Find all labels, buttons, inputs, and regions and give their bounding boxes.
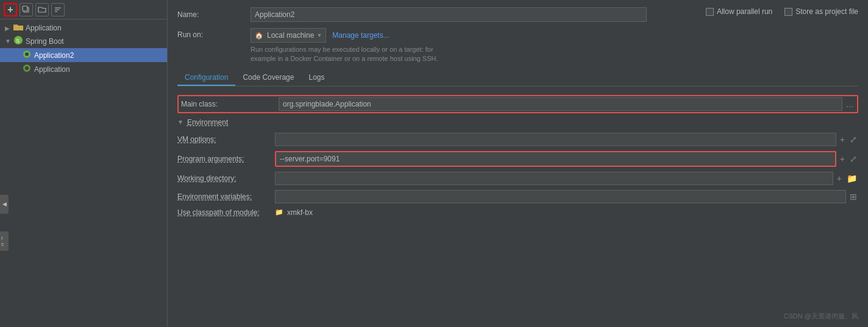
sidebar-item-spring-boot[interactable]: ▼ S Spring Boot — [0, 34, 167, 48]
program-arguments-highlighted — [275, 151, 836, 167]
sidebar-item-label: Application — [34, 65, 70, 74]
classpath-folder-icon: 📁 — [275, 208, 283, 216]
program-arguments-actions: + ⤢ — [839, 155, 858, 163]
allow-parallel-run-option[interactable]: Allow parallel run — [706, 7, 772, 16]
add-button[interactable]: + — [4, 3, 17, 16]
main-content: Allow parallel run Store as project file… — [168, 0, 868, 327]
manage-targets-link[interactable]: Manage targets... — [332, 31, 389, 40]
run-on-controls: 🏠 Local machine ▼ Manage targets... — [251, 28, 858, 43]
tree-arrow: ▼ — [5, 38, 13, 44]
left-panel-toggle2[interactable]: rc — [0, 231, 9, 251]
tab-code-coverage[interactable]: Code Coverage — [235, 70, 301, 86]
sidebar-item-label: Application2 — [34, 51, 74, 60]
tree-area: ▶ Application ▼ S Spring Boot Applicatio… — [0, 19, 167, 327]
name-input[interactable] — [251, 7, 647, 22]
watermark: CSDN @天黑请闭服、风 — [784, 312, 858, 321]
program-arguments-input[interactable] — [276, 152, 835, 166]
working-directory-input[interactable] — [275, 172, 833, 185]
use-classpath-row: Use classpath of module: 📁 xmkf-bx — [177, 208, 858, 217]
hint-line2: example in a Docker Container or on a re… — [251, 54, 858, 63]
use-classpath-label: Use classpath of module: — [177, 208, 275, 217]
env-variables-actions: ⊞ — [848, 192, 858, 201]
run-on-hint: Run configurations may be executed local… — [251, 45, 858, 64]
store-as-project-file-checkbox[interactable] — [784, 8, 792, 16]
vm-options-actions: + ⤢ — [839, 135, 858, 144]
store-as-project-file-label: Store as project file — [795, 7, 858, 16]
allow-parallel-run-checkbox[interactable] — [706, 8, 714, 16]
svg-text:S: S — [16, 38, 20, 44]
sidebar-item-application2[interactable]: Application2 — [0, 48, 167, 62]
folder-icon — [13, 23, 23, 33]
app-icon — [22, 49, 32, 61]
working-directory-folder-button[interactable]: 📁 — [845, 174, 858, 183]
working-directory-actions: + 📁 — [836, 174, 858, 183]
vm-options-label: VM options: — [177, 135, 275, 144]
sidebar-item-label: Application — [26, 24, 62, 32]
svg-point-8 — [25, 52, 29, 56]
hint-line1: Run configurations may be executed local… — [251, 45, 858, 54]
working-directory-row: Working directory: + 📁 — [177, 172, 858, 185]
store-as-project-file-option[interactable]: Store as project file — [784, 7, 858, 16]
sidebar-item-application[interactable]: Application — [0, 62, 167, 76]
home-icon: 🏠 — [255, 32, 263, 40]
run-on-dropdown[interactable]: 🏠 Local machine ▼ — [251, 28, 326, 43]
environment-label: Environment — [187, 118, 228, 127]
use-classpath-controls: 📁 xmkf-bx — [275, 208, 858, 217]
main-class-label: Main class: — [181, 100, 279, 108]
main-class-more-button[interactable]: ... — [845, 100, 855, 108]
main-class-row: Main class: ... — [179, 96, 857, 112]
use-classpath-value: xmkf-bx — [287, 208, 313, 217]
vm-options-input[interactable] — [275, 133, 836, 146]
allow-parallel-run-label: Allow parallel run — [717, 7, 772, 16]
working-directory-add-button[interactable]: + — [836, 174, 843, 183]
tab-logs[interactable]: Logs — [301, 70, 332, 86]
config-section: Main class: ... ▼ Environment VM options… — [177, 95, 858, 220]
app-icon2 — [22, 63, 32, 75]
name-label: Name: — [177, 10, 251, 19]
copy-button[interactable] — [20, 3, 33, 16]
env-variables-input[interactable] — [275, 190, 846, 203]
run-on-row: Run on: 🏠 Local machine ▼ Manage targets… — [177, 28, 858, 64]
tabs-row: Configuration Code Coverage Logs — [177, 70, 858, 86]
environment-section-header[interactable]: ▼ Environment — [177, 118, 858, 127]
left-panel-toggle[interactable]: ◀ — [0, 195, 9, 214]
sidebar-item-label: Spring Boot — [26, 37, 64, 46]
working-directory-label: Working directory: — [177, 174, 275, 183]
main-class-highlighted-row: Main class: ... — [177, 95, 858, 113]
sort-button[interactable] — [51, 3, 65, 16]
svg-rect-1 — [23, 6, 27, 11]
env-variables-label: Environment variables: — [177, 192, 275, 201]
folder-button[interactable] — [35, 3, 49, 16]
main-class-actions: ... — [845, 100, 855, 108]
main-class-input[interactable] — [279, 97, 842, 111]
run-on-controls-container: 🏠 Local machine ▼ Manage targets... Run … — [251, 28, 858, 64]
program-arguments-expand-button[interactable]: ⤢ — [848, 155, 858, 163]
sidebar-item-application-root[interactable]: ▶ Application — [0, 22, 167, 34]
local-machine-label: Local machine — [267, 31, 314, 40]
tab-configuration[interactable]: Configuration — [177, 70, 235, 86]
header-options: Allow parallel run Store as project file — [696, 0, 868, 23]
program-arguments-label: Program arguments: — [177, 155, 275, 163]
svg-point-10 — [25, 66, 29, 70]
tree-arrow: ▶ — [5, 25, 13, 32]
env-arrow-icon: ▼ — [177, 119, 183, 125]
dropdown-arrow-icon: ▼ — [316, 32, 322, 38]
vm-options-expand-button[interactable]: ⤢ — [848, 135, 858, 144]
vm-options-row: VM options: + ⤢ — [177, 133, 858, 146]
vm-options-add-button[interactable]: + — [839, 135, 846, 144]
toolbar: + — [0, 0, 167, 19]
env-variables-edit-button[interactable]: ⊞ — [848, 192, 858, 201]
program-arguments-add-button[interactable]: + — [839, 155, 846, 163]
env-variables-row: Environment variables: ⊞ — [177, 190, 858, 203]
spring-icon: S — [13, 35, 23, 47]
run-on-label: Run on: — [177, 28, 251, 39]
program-arguments-row: Program arguments: + ⤢ — [177, 151, 858, 167]
